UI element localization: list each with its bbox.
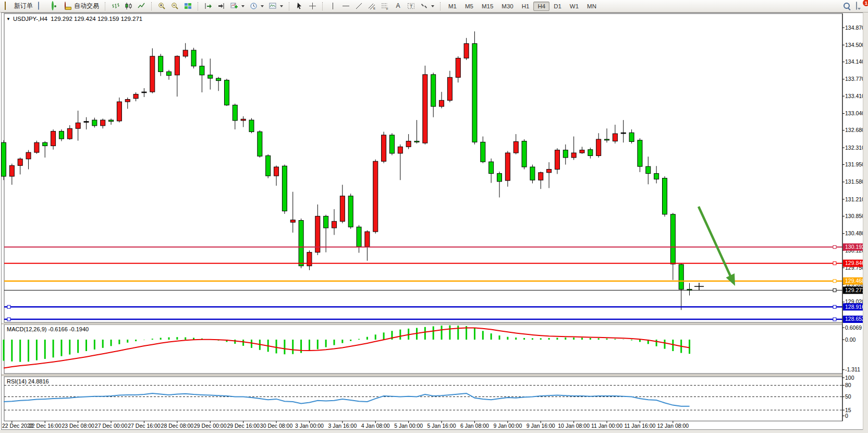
- svg-text:129.846: 129.846: [845, 260, 865, 266]
- price-levels-layer[interactable]: [4, 246, 842, 321]
- new-order-button[interactable]: 新订单: [2, 1, 35, 11]
- trendline-tool[interactable]: [352, 2, 365, 10]
- candle: [539, 173, 543, 180]
- chart-shift-icon: [217, 2, 225, 10]
- chart-canvas[interactable]: 134.870134.500134.140133.770133.410133.0…: [0, 0, 868, 433]
- toolbar-separator: [289, 2, 290, 10]
- level-handle: [7, 318, 10, 321]
- cursor-tool-button[interactable]: [293, 2, 306, 10]
- auto-scroll-button[interactable]: [202, 2, 215, 10]
- candle: [158, 56, 163, 72]
- svg-text:100: 100: [845, 375, 854, 381]
- tf-h1[interactable]: H1: [518, 2, 534, 11]
- candle: [439, 100, 444, 106]
- candle: [522, 141, 527, 167]
- svg-text:130.850: 130.850: [845, 213, 865, 219]
- candle: [605, 139, 609, 140]
- tf-w1[interactable]: W1: [566, 2, 583, 11]
- level-handle: [833, 262, 836, 265]
- svg-text:134.500: 134.500: [845, 42, 865, 48]
- candle: [307, 252, 312, 266]
- svg-text:11 Jan 16:00: 11 Jan 16:00: [624, 423, 655, 429]
- chart-window-button[interactable]: [35, 2, 48, 10]
- candlestick-button[interactable]: [122, 2, 135, 10]
- candle: [580, 150, 584, 153]
- svg-text:132.310: 132.310: [845, 145, 865, 151]
- candle: [92, 120, 97, 126]
- svg-text:0.00: 0.00: [845, 336, 856, 343]
- label-tool[interactable]: T: [405, 2, 418, 10]
- current-bar-marker: [694, 283, 704, 290]
- vertical-line-tool[interactable]: [326, 2, 339, 10]
- auto-trading-button[interactable]: 自动交易: [62, 1, 102, 11]
- channel-icon: E: [368, 2, 376, 10]
- zoom-out-button[interactable]: [168, 2, 181, 10]
- svg-text:6 Jan 08:00: 6 Jan 08:00: [460, 423, 489, 429]
- search-button[interactable]: [840, 2, 853, 10]
- horizontal-line-tool[interactable]: [339, 2, 352, 10]
- candle: [9, 165, 14, 176]
- tf-d1[interactable]: D1: [549, 2, 566, 11]
- vertical-scrollbar[interactable]: [863, 0, 868, 433]
- svg-text:0.6069: 0.6069: [845, 324, 862, 331]
- candle: [84, 122, 89, 123]
- fibonacci-tool[interactable]: F: [378, 2, 392, 10]
- bar-chart-button[interactable]: [109, 2, 122, 10]
- svg-text:10 Jan 08:00: 10 Jan 08:00: [558, 423, 590, 429]
- svg-text:30 Dec 08:00: 30 Dec 08:00: [260, 423, 293, 429]
- candle: [638, 140, 642, 166]
- tf-m5[interactable]: M5: [461, 2, 478, 11]
- tile-windows-button[interactable]: [181, 2, 194, 10]
- channel-tool[interactable]: E: [365, 2, 378, 10]
- templates-button[interactable]: [266, 2, 286, 10]
- text-tool[interactable]: A: [392, 2, 405, 10]
- notifications-button[interactable]: 1: [853, 2, 866, 10]
- svg-text:E: E: [373, 7, 375, 10]
- candle: [505, 153, 510, 181]
- tile-windows-icon: [184, 2, 192, 10]
- crosshair-tool-button[interactable]: [306, 2, 319, 10]
- svg-text:133.770: 133.770: [845, 76, 865, 82]
- crosshair-icon: [309, 2, 316, 10]
- svg-text:130.192: 130.192: [845, 244, 865, 250]
- candle: [348, 196, 353, 227]
- label-tool-icon: T: [407, 2, 415, 10]
- svg-text:4 Jan 08:00: 4 Jan 08:00: [361, 423, 390, 429]
- toolbar-separator: [198, 2, 199, 10]
- candle: [514, 141, 518, 153]
- chart-title: ▼USDJPY-,H4 129.292 129.424 129.159 129.…: [6, 16, 142, 22]
- tf-m30[interactable]: M30: [497, 2, 517, 11]
- cursor-icon: [296, 2, 303, 10]
- candle: [67, 128, 72, 139]
- toolbar-separator: [151, 2, 152, 10]
- zoom-in-button[interactable]: [155, 2, 168, 10]
- periods-button[interactable]: [247, 2, 266, 10]
- indicators-button[interactable]: [228, 2, 247, 10]
- arrows-tool[interactable]: [418, 2, 437, 10]
- new-order-label: 新订单: [14, 2, 33, 10]
- search-icon: [843, 2, 851, 10]
- time-axis[interactable]: 22 Dec 202222 Dec 16:0023 Dec 08:0027 De…: [2, 421, 689, 429]
- ohlc-values: 129.292 129.424 129.159 129.271: [51, 16, 142, 22]
- candle: [51, 131, 56, 146]
- data-feed-button[interactable]: [48, 2, 62, 10]
- svg-text:9 Jan 00:00: 9 Jan 00:00: [493, 423, 522, 429]
- candle: [76, 123, 80, 128]
- macd-signal-line: [4, 328, 690, 368]
- clock-icon: [250, 2, 258, 10]
- candle: [613, 134, 617, 141]
- candle: [654, 174, 659, 179]
- tf-h4[interactable]: H4: [533, 2, 549, 11]
- line-chart-button[interactable]: [135, 2, 148, 10]
- tf-m1[interactable]: M1: [444, 2, 461, 11]
- candle: [274, 167, 279, 176]
- bar-chart-icon: [112, 2, 119, 10]
- chart-shift-button[interactable]: [215, 2, 228, 10]
- down-arrow-annotation[interactable]: [699, 207, 730, 276]
- svg-text:0: 0: [845, 413, 848, 419]
- candle: [241, 119, 246, 121]
- main-pane-border: [4, 14, 842, 322]
- tf-m15[interactable]: M15: [478, 2, 497, 11]
- svg-text:27 Dec 00:00: 27 Dec 00:00: [95, 423, 128, 429]
- tf-mn[interactable]: MN: [583, 2, 601, 11]
